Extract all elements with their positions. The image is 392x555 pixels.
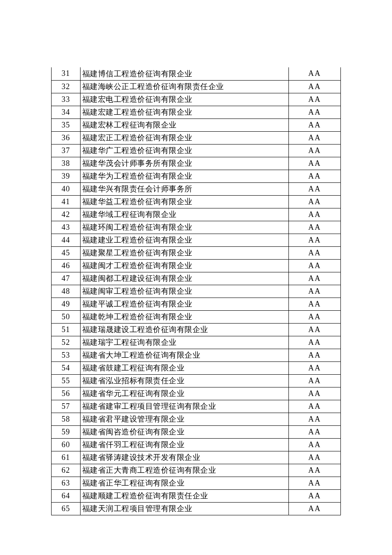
table-row: 31福建博信工程造价征询有限企业AA [52, 67, 341, 80]
company-name: 福建省闽咨造价征询有限企业 [80, 425, 288, 438]
company-name: 福建闽才工程造价征询有限企业 [80, 259, 288, 272]
row-number: 51 [52, 323, 81, 336]
row-number: 58 [52, 413, 81, 425]
company-name: 福建省君平建设管理有限企业 [80, 413, 288, 425]
row-number: 38 [52, 157, 81, 170]
company-name: 福建省驿涛建设技术开发有限企业 [80, 451, 288, 464]
row-number: 41 [52, 195, 81, 208]
table-row: 62福建省正大青商工程造价征询有限企业AA [52, 464, 341, 477]
company-name: 福建瑞宇工程征询有限企业 [80, 336, 288, 349]
company-name: 福建顺建工程造价征询有限责任企业 [80, 489, 288, 502]
company-name: 福建天润工程项目管理有限企业 [80, 502, 288, 515]
company-name: 福建博信工程造价征询有限企业 [80, 67, 288, 80]
rating: AA [289, 119, 341, 131]
rating: AA [289, 298, 341, 310]
row-number: 33 [52, 93, 81, 106]
table-row: 53福建省大坤工程造价征询有限企业AA [52, 349, 341, 361]
rating: AA [289, 413, 341, 425]
rating: AA [289, 234, 341, 246]
rating: AA [289, 285, 341, 298]
table-row: 64福建顺建工程造价征询有限责任企业AA [52, 489, 341, 502]
company-name: 福建华为工程造价征询有限企业 [80, 170, 288, 182]
rating: AA [289, 272, 341, 285]
row-number: 35 [52, 119, 81, 131]
rating: AA [289, 387, 341, 400]
row-number: 36 [52, 131, 81, 144]
row-number: 32 [52, 80, 81, 93]
company-name: 福建省鼓建工程征询有限企业 [80, 361, 288, 374]
table-row: 55福建省泓业招标有限责任企业AA [52, 374, 341, 387]
row-number: 57 [52, 400, 81, 413]
company-name: 福建省正华工程征询有限企业 [80, 477, 288, 489]
company-name: 福建华广工程造价征询有限企业 [80, 144, 288, 157]
table-row: 60福建省仟羽工程征询有限企业AA [52, 438, 341, 451]
company-name: 福建省正大青商工程造价征询有限企业 [80, 464, 288, 477]
table-row: 41福建华益工程造价征询有限企业AA [52, 195, 341, 208]
table-row: 54福建省鼓建工程征询有限企业AA [52, 361, 341, 374]
row-number: 48 [52, 285, 81, 298]
table-row: 61福建省驿涛建设技术开发有限企业AA [52, 451, 341, 464]
table-row: 50福建乾坤工程造价征询有限企业AA [52, 310, 341, 323]
table-row: 33福建宏电工程造价征询有限企业AA [52, 93, 341, 106]
row-number: 49 [52, 298, 81, 310]
company-name: 福建省大坤工程造价征询有限企业 [80, 349, 288, 361]
rating: AA [289, 259, 341, 272]
rating: AA [289, 208, 341, 221]
rating: AA [289, 374, 341, 387]
row-number: 39 [52, 170, 81, 182]
table-row: 45福建聚星工程造价征询有限企业AA [52, 246, 341, 259]
row-number: 60 [52, 438, 81, 451]
rating: AA [289, 144, 341, 157]
table-row: 46福建闽才工程造价征询有限企业AA [52, 259, 341, 272]
rating: AA [289, 336, 341, 349]
rating: AA [289, 67, 341, 80]
rating: AA [289, 477, 341, 489]
company-name: 福建华茂会计师事务所有限企业 [80, 157, 288, 170]
company-name: 福建建业工程造价征询有限企业 [80, 234, 288, 246]
rating: AA [289, 157, 341, 170]
row-number: 64 [52, 489, 81, 502]
rating: AA [289, 80, 341, 93]
company-name: 福建省华元工程征询有限企业 [80, 387, 288, 400]
company-name: 福建省泓业招标有限责任企业 [80, 374, 288, 387]
company-name: 福建海峡公正工程造价征询有限责任企业 [80, 80, 288, 93]
table-row: 52福建瑞宇工程征询有限企业AA [52, 336, 341, 349]
row-number: 34 [52, 106, 81, 119]
table-row: 38福建华茂会计师事务所有限企业AA [52, 157, 341, 170]
company-name: 福建宏正工程造价征询有限企业 [80, 131, 288, 144]
rating: AA [289, 195, 341, 208]
row-number: 54 [52, 361, 81, 374]
table-row: 47福建闽都工程建设征询有限企业AA [52, 272, 341, 285]
rating: AA [289, 170, 341, 182]
rating: AA [289, 464, 341, 477]
row-number: 37 [52, 144, 81, 157]
rating: AA [289, 438, 341, 451]
row-number: 59 [52, 425, 81, 438]
row-number: 45 [52, 246, 81, 259]
rating: AA [289, 349, 341, 361]
row-number: 63 [52, 477, 81, 489]
table-row: 42福建华域工程征询有限企业AA [52, 208, 341, 221]
row-number: 42 [52, 208, 81, 221]
row-number: 55 [52, 374, 81, 387]
table-row: 36福建宏正工程造价征询有限企业AA [52, 131, 341, 144]
table-row: 48福建闽审工程造价征询有限企业AA [52, 285, 341, 298]
row-number: 50 [52, 310, 81, 323]
rating: AA [289, 400, 341, 413]
row-number: 40 [52, 182, 81, 195]
row-number: 43 [52, 221, 81, 234]
company-name: 福建华域工程征询有限企业 [80, 208, 288, 221]
table-row: 49福建平诚工程造价征询有限企业AA [52, 298, 341, 310]
row-number: 62 [52, 464, 81, 477]
table-row: 32福建海峡公正工程造价征询有限责任企业AA [52, 80, 341, 93]
rating: AA [289, 323, 341, 336]
company-name: 福建瑞晟建设工程造价征询有限企业 [80, 323, 288, 336]
table-row: 34福建宏建工程造价征询有限企业AA [52, 106, 341, 119]
rating: AA [289, 425, 341, 438]
company-rating-table: 31福建博信工程造价征询有限企业AA32福建海峡公正工程造价征询有限责任企业AA… [51, 67, 341, 515]
table-row: 35福建宏林工程征询有限企业AA [52, 119, 341, 131]
rating: AA [289, 451, 341, 464]
rating: AA [289, 489, 341, 502]
table-row: 58福建省君平建设管理有限企业AA [52, 413, 341, 425]
row-number: 65 [52, 502, 81, 515]
